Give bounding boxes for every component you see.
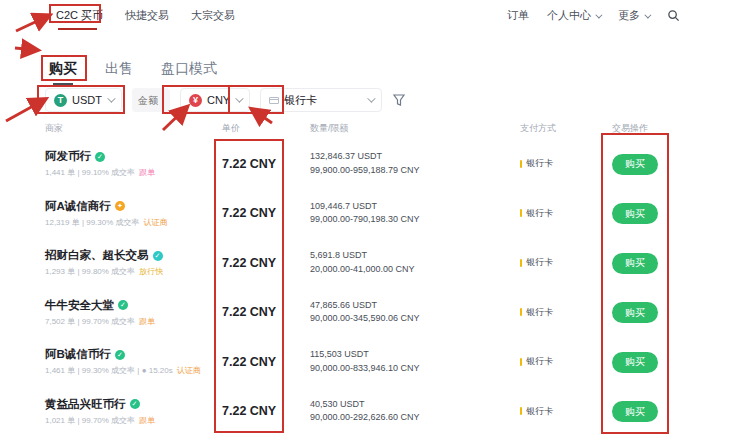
fiat-select[interactable]: ¥ CNY (180, 88, 250, 112)
offer-price: 7.22 CNY (222, 206, 310, 220)
navbar-right: 订单 个人中心 更多 (507, 8, 750, 23)
nav-item-express-trade[interactable]: 快捷交易 (125, 8, 169, 23)
header-quantity-limit: 数量/限额 (310, 122, 520, 135)
offer-limit: 90,000.00-345,590.06 CNY (310, 312, 520, 326)
merchant-stats: 1,461 单 | 99.30% 成交率 | ● 15.20s (45, 366, 173, 375)
filter-bar: T USDT ¥ CNY 银行卡 (45, 88, 406, 112)
payment-color-bar (520, 160, 522, 168)
asset-select[interactable]: T USDT (45, 88, 122, 112)
verified-icon: ✓ (118, 300, 128, 310)
merchant-tag: 跟单 (139, 317, 155, 326)
offer-price: 7.22 CNY (222, 256, 310, 270)
chevron-down-icon (235, 94, 243, 102)
header-merchant: 商家 (45, 122, 222, 135)
buy-button[interactable]: 购买 (612, 203, 658, 224)
merchant-tag: 跟单 (139, 168, 155, 177)
payment-color-bar (520, 358, 522, 366)
chevron-down-icon (595, 11, 602, 18)
amount-input[interactable] (132, 88, 170, 112)
payment-select-value: 银行卡 (284, 93, 317, 108)
merchant-tag: 认证商 (144, 218, 168, 227)
payment-color-bar (520, 259, 522, 267)
offer-amount: 5,691.8 USDT (310, 249, 520, 263)
table-row: 招财白家、超长交易✓ 1,293 单 | 99.80% 成交率放行快 7.22 … (0, 238, 750, 288)
offer-amount: 115,503 USDT (310, 348, 520, 362)
payment-method: 银行卡 (526, 355, 553, 368)
verified-icon: ✓ (130, 399, 140, 409)
merchant-name[interactable]: 阿B诚信币行 (45, 347, 111, 362)
offer-price: 7.22 CNY (222, 157, 310, 171)
tab-sell[interactable]: 出售 (103, 57, 135, 81)
merchant-stats: 7,502 单 | 99.70% 成交率 (45, 317, 135, 326)
usdt-icon: T (54, 94, 67, 107)
table-row: 阿A诚信商行✦ 12,319 单 | 99.30% 成交率认证商 7.22 CN… (0, 189, 750, 239)
buy-button[interactable]: 购买 (612, 352, 658, 373)
offer-amount: 40,530 USDT (310, 398, 520, 412)
payment-method: 银行卡 (526, 157, 553, 170)
offer-limit: 99,000.00-790,198.30 CNY (310, 213, 520, 227)
tab-buy[interactable]: 购买 (47, 57, 79, 81)
merchant-tag: 认证商 (177, 366, 201, 375)
offer-limit: 90,000.00-292,626.60 CNY (310, 411, 520, 425)
merchant-stats: 12,319 单 | 99.30% 成交率 (45, 218, 140, 227)
payment-color-bar (520, 407, 522, 415)
c2c-trading-page: C2C 买币 快捷交易 大宗交易 订单 个人中心 更多 购买 出售 盘口模式 T… (0, 0, 750, 436)
merchant-tag: 跟单 (139, 416, 155, 425)
offer-limit: 99,900.00-959,188.79 CNY (310, 164, 520, 178)
payment-method: 银行卡 (526, 405, 553, 418)
chevron-down-icon (367, 94, 375, 102)
merchant-name[interactable]: 阿发币行 (45, 149, 91, 164)
payment-method: 银行卡 (526, 306, 553, 319)
offer-amount: 47,865.66 USDT (310, 299, 520, 313)
nav-item-c2c-buy[interactable]: C2C 买币 (56, 8, 103, 23)
header-price: 单价 (222, 122, 310, 135)
offer-amount: 109,446.7 USDT (310, 200, 520, 214)
offer-limit: 90,000.00-833,946.10 CNY (310, 362, 520, 376)
merchant-name[interactable]: 黄益品兴旺币行 (45, 397, 126, 412)
buy-button[interactable]: 购买 (612, 302, 658, 323)
nav-item-block-trade[interactable]: 大宗交易 (191, 8, 235, 23)
offer-price: 7.22 CNY (222, 404, 310, 418)
payment-color-bar (520, 308, 522, 316)
offer-amount: 132,846.37 USDT (310, 150, 520, 164)
nav-item-more[interactable]: 更多 (618, 8, 649, 23)
buy-button[interactable]: 购买 (612, 154, 658, 175)
top-navbar: C2C 买币 快捷交易 大宗交易 订单 个人中心 更多 (0, 0, 750, 30)
table-header: 商家 单价 数量/限额 支付方式 交易操作 (0, 122, 750, 135)
chevron-down-icon (644, 11, 651, 18)
fiat-select-value: CNY (207, 94, 230, 106)
verified-icon: ✦ (115, 201, 125, 211)
payment-method-select[interactable]: 银行卡 (260, 88, 382, 112)
header-action: 交易操作 (612, 122, 692, 135)
table-row: 黄益品兴旺币行✓ 1,021 单 | 99.70% 成交率跟单 7.22 CNY… (0, 387, 750, 436)
navbar-left: C2C 买币 快捷交易 大宗交易 (0, 8, 235, 23)
payment-method: 银行卡 (526, 207, 553, 220)
merchant-name[interactable]: 招财白家、超长交易 (45, 248, 149, 263)
merchant-tag: 放行快 (139, 267, 163, 276)
merchant-name[interactable]: 阿A诚信商行 (45, 199, 111, 214)
buy-button[interactable]: 购买 (612, 401, 658, 422)
nav-item-profile[interactable]: 个人中心 (547, 8, 600, 23)
payment-method: 银行卡 (526, 256, 553, 269)
asset-select-value: USDT (72, 94, 102, 106)
arrow-to-asset-select (6, 100, 44, 121)
verified-icon: ✓ (115, 350, 125, 360)
offer-list: 阿发币行✓ 1,441 单 | 99.10% 成交率跟单 7.22 CNY 13… (0, 139, 750, 436)
tab-orderbook-mode[interactable]: 盘口模式 (159, 57, 219, 81)
payment-color-bar (520, 209, 522, 217)
filter-icon[interactable] (392, 93, 406, 107)
verified-icon: ✓ (153, 251, 163, 261)
nav-item-orders[interactable]: 订单 (507, 8, 529, 23)
buy-button[interactable]: 购买 (612, 253, 658, 274)
chevron-down-icon (107, 94, 115, 102)
merchant-stats: 1,021 单 | 99.70% 成交率 (45, 416, 135, 425)
offer-limit: 20,000.00-41,000.00 CNY (310, 263, 520, 277)
table-row: 阿B诚信币行✓ 1,461 单 | 99.30% 成交率 | ● 15.20s认… (0, 337, 750, 387)
offer-price: 7.22 CNY (222, 305, 310, 319)
search-icon[interactable] (667, 9, 680, 22)
merchant-stats: 1,293 单 | 99.80% 成交率 (45, 267, 135, 276)
trade-tabs: 购买 出售 盘口模式 (47, 57, 219, 81)
offer-price: 7.22 CNY (222, 355, 310, 369)
header-payment: 支付方式 (520, 122, 612, 135)
merchant-name[interactable]: 牛牛安全大堂 (45, 298, 114, 313)
